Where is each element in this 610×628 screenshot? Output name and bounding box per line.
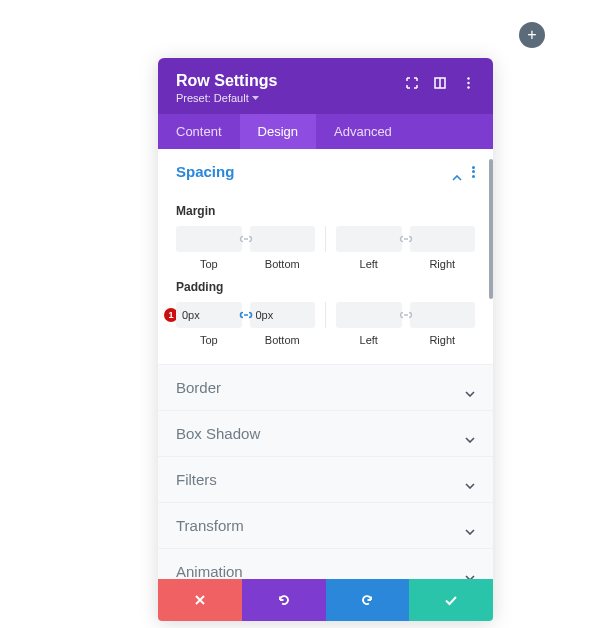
modal-footer xyxy=(158,579,493,621)
chevron-up-icon xyxy=(452,167,462,177)
spacing-content: Margin Top Bottom xyxy=(158,204,493,364)
close-icon xyxy=(194,594,206,606)
section-more-icon[interactable] xyxy=(472,166,475,178)
undo-button[interactable] xyxy=(242,579,326,621)
section-title: Animation xyxy=(176,563,243,579)
chevron-down-icon xyxy=(465,475,475,485)
tabs: Content Design Advanced xyxy=(158,114,493,149)
section-filters-header[interactable]: Filters xyxy=(158,457,493,502)
padding-horizontal-group: Left Right xyxy=(336,302,475,346)
margin-top-label: Top xyxy=(200,258,218,270)
section-title: Border xyxy=(176,379,221,396)
section-title: Spacing xyxy=(176,163,234,180)
chevron-down-icon xyxy=(465,383,475,393)
modal-title: Row Settings xyxy=(176,72,277,90)
margin-label: Margin xyxy=(176,204,475,218)
tab-advanced[interactable]: Advanced xyxy=(316,114,410,149)
section-filters: Filters xyxy=(158,457,493,503)
padding-label: Padding xyxy=(176,280,475,294)
svg-point-4 xyxy=(467,86,469,88)
section-border: Border xyxy=(158,365,493,411)
modal-header: Row Settings Preset: Default xyxy=(158,58,493,114)
margin-right-label: Right xyxy=(429,258,455,270)
section-spacing-header[interactable]: Spacing xyxy=(158,149,493,194)
link-icon[interactable] xyxy=(239,232,253,246)
svg-point-3 xyxy=(467,82,469,84)
section-box-shadow-header[interactable]: Box Shadow xyxy=(158,411,493,456)
link-icon[interactable] xyxy=(399,308,413,322)
redo-button[interactable] xyxy=(326,579,410,621)
chevron-down-icon xyxy=(465,429,475,439)
padding-right-label: Right xyxy=(429,334,455,346)
preset-label: Preset: xyxy=(176,92,211,104)
margin-row: Top Bottom Left xyxy=(176,226,475,270)
row-settings-modal: Row Settings Preset: Default Content Des… xyxy=(158,58,493,621)
padding-left-input[interactable] xyxy=(336,302,402,328)
margin-vertical-group: Top Bottom xyxy=(176,226,315,270)
padding-right-input[interactable] xyxy=(410,302,476,328)
section-transform: Transform xyxy=(158,503,493,549)
padding-left-label: Left xyxy=(360,334,378,346)
add-module-button[interactable]: + xyxy=(519,22,545,48)
section-border-header[interactable]: Border xyxy=(158,365,493,410)
divider xyxy=(325,302,326,328)
link-icon[interactable] xyxy=(399,232,413,246)
margin-bottom-label: Bottom xyxy=(265,258,300,270)
plus-icon: + xyxy=(527,27,536,43)
header-actions xyxy=(405,76,475,90)
margin-right-input[interactable] xyxy=(410,226,476,252)
divider xyxy=(325,226,326,252)
padding-row: 1 Top Bottom xyxy=(176,302,475,346)
undo-icon xyxy=(277,593,291,607)
padding-top-input[interactable] xyxy=(176,302,242,328)
margin-bottom-input[interactable] xyxy=(250,226,316,252)
margin-top-input[interactable] xyxy=(176,226,242,252)
more-icon[interactable] xyxy=(461,76,475,90)
cancel-button[interactable] xyxy=(158,579,242,621)
padding-bottom-label: Bottom xyxy=(265,334,300,346)
scrollbar[interactable] xyxy=(489,159,493,299)
padding-vertical-group: Top Bottom xyxy=(176,302,315,346)
snap-icon[interactable] xyxy=(433,76,447,90)
preset-value: Default xyxy=(214,92,249,104)
padding-top-label: Top xyxy=(200,334,218,346)
svg-point-2 xyxy=(467,77,469,79)
caret-down-icon xyxy=(252,96,259,101)
chevron-down-icon xyxy=(465,521,475,531)
margin-horizontal-group: Left Right xyxy=(336,226,475,270)
section-title: Filters xyxy=(176,471,217,488)
section-box-shadow: Box Shadow xyxy=(158,411,493,457)
panel-body: Spacing Margin Top xyxy=(158,149,493,579)
padding-bottom-input[interactable] xyxy=(250,302,316,328)
link-icon-active[interactable] xyxy=(239,308,253,322)
check-icon xyxy=(444,595,458,606)
preset-selector[interactable]: Preset: Default xyxy=(176,92,277,104)
section-animation-header[interactable]: Animation xyxy=(158,549,493,579)
margin-left-input[interactable] xyxy=(336,226,402,252)
section-spacing: Spacing Margin Top xyxy=(158,149,493,365)
section-transform-header[interactable]: Transform xyxy=(158,503,493,548)
chevron-down-icon xyxy=(465,567,475,577)
section-animation: Animation xyxy=(158,549,493,579)
save-button[interactable] xyxy=(409,579,493,621)
redo-icon xyxy=(360,593,374,607)
tab-design[interactable]: Design xyxy=(240,114,316,149)
expand-icon[interactable] xyxy=(405,76,419,90)
section-title: Transform xyxy=(176,517,244,534)
section-toggle xyxy=(452,166,475,178)
margin-left-label: Left xyxy=(360,258,378,270)
header-text: Row Settings Preset: Default xyxy=(176,72,277,104)
section-title: Box Shadow xyxy=(176,425,260,442)
tab-content[interactable]: Content xyxy=(158,114,240,149)
